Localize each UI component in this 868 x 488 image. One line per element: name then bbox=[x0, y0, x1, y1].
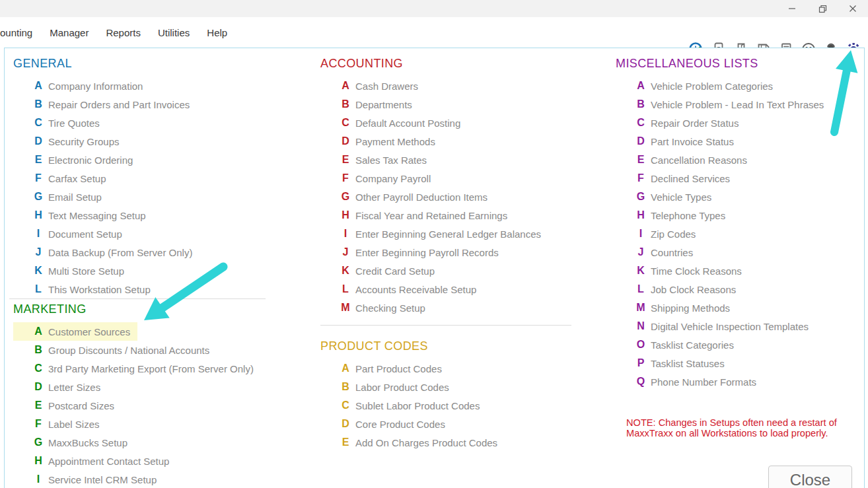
list-item[interactable]: B Repair Orders and Part Invoices bbox=[13, 95, 197, 114]
item-letter: E bbox=[339, 154, 352, 166]
item-label: Core Product Codes bbox=[355, 419, 445, 430]
item-letter: F bbox=[32, 418, 45, 430]
section-product-codes: PRODUCT CODES A Part Product Codes B Lab… bbox=[320, 339, 505, 452]
list-item[interactable]: O Tasklist Categories bbox=[616, 335, 741, 354]
list-item[interactable]: A Cash Drawers bbox=[320, 77, 425, 95]
item-letter: A bbox=[339, 363, 352, 374]
list-item[interactable]: G Vehicle Types bbox=[616, 188, 719, 206]
item-label: Fiscal Year and Retained Earnings bbox=[355, 210, 507, 221]
close-button[interactable]: Close bbox=[768, 466, 852, 488]
item-label: Company Payroll bbox=[355, 173, 431, 184]
item-label: Declined Services bbox=[651, 173, 730, 184]
list-item[interactable]: F Carfax Setup bbox=[13, 169, 114, 188]
restore-button[interactable] bbox=[807, 0, 838, 17]
item-label: Vehicle Problem Categories bbox=[651, 81, 773, 92]
item-letter: E bbox=[339, 436, 352, 448]
menu-item[interactable]: ounting bbox=[0, 27, 32, 38]
list-item[interactable]: Q Phone Number Formats bbox=[616, 372, 764, 391]
item-letter: B bbox=[634, 98, 647, 110]
list-item[interactable]: K Time Clock Reasons bbox=[616, 261, 749, 280]
list-item[interactable]: I Zip Codes bbox=[616, 225, 703, 243]
list-item[interactable]: E Add On Charges Product Codes bbox=[320, 433, 505, 452]
list-item[interactable]: G MaxxBucks Setup bbox=[13, 433, 135, 452]
product-codes-list: A Part Product Codes B Labor Product Cod… bbox=[320, 359, 505, 452]
list-item[interactable]: J Countries bbox=[616, 243, 700, 261]
item-letter: I bbox=[32, 473, 45, 485]
list-item[interactable]: F Declined Services bbox=[616, 169, 737, 188]
list-item[interactable]: I Service Intel CRM Setup bbox=[13, 470, 164, 488]
list-item[interactable]: A Part Product Codes bbox=[320, 359, 449, 378]
close-window-button[interactable] bbox=[838, 0, 868, 17]
item-label: Add On Charges Product Codes bbox=[355, 437, 497, 448]
menu-item[interactable]: Utilities bbox=[158, 27, 190, 38]
item-letter: L bbox=[339, 283, 352, 295]
item-label: Digital Vehicle Inspection Templates bbox=[651, 321, 809, 332]
item-label: Payment Methods bbox=[355, 136, 435, 147]
item-label: Carfax Setup bbox=[48, 173, 106, 184]
list-item[interactable]: D Security Groups bbox=[13, 132, 127, 151]
list-item[interactable]: B Departments bbox=[320, 95, 419, 114]
list-item[interactable]: M Shipping Methods bbox=[616, 298, 737, 317]
list-item[interactable]: L Job Clock Reasons bbox=[616, 280, 743, 298]
item-letter: M bbox=[634, 302, 647, 314]
list-item[interactable]: F Label Sizes bbox=[13, 415, 107, 433]
list-item[interactable]: G Email Setup bbox=[13, 188, 109, 206]
list-item[interactable]: H Appointment Contact Setup bbox=[13, 452, 176, 470]
item-letter: D bbox=[32, 381, 45, 393]
list-item[interactable]: E Postcard Sizes bbox=[13, 396, 122, 415]
list-item[interactable]: D Core Product Codes bbox=[320, 415, 452, 433]
list-item[interactable]: I Document Setup bbox=[13, 225, 129, 243]
list-item[interactable]: B Group Discounts / National Accounts bbox=[13, 341, 217, 359]
item-letter: J bbox=[634, 246, 647, 258]
list-item[interactable]: K Credit Card Setup bbox=[320, 261, 442, 280]
restart-note-line2: MaxxTraxx on all Workstations to load pr… bbox=[626, 429, 837, 439]
list-item[interactable]: J Enter Beginning Payroll Records bbox=[320, 243, 506, 261]
item-letter: J bbox=[339, 246, 352, 258]
list-item[interactable]: A Vehicle Problem Categories bbox=[616, 77, 780, 95]
list-item[interactable]: D Part Invoice Status bbox=[616, 132, 741, 151]
section-title-miscellaneous: MISCELLANEOUS LISTS bbox=[616, 57, 831, 71]
list-item[interactable]: C Repair Order Status bbox=[616, 114, 746, 132]
list-item[interactable]: C Tire Quotes bbox=[13, 114, 107, 132]
restart-note: NOTE: Changes in Setups often need a res… bbox=[626, 418, 837, 438]
list-item[interactable]: E Electronic Ordering bbox=[13, 151, 140, 169]
item-label: Security Groups bbox=[48, 136, 120, 147]
menu-item-list: ounting Manager Reports Utilities Help bbox=[0, 17, 227, 48]
list-item[interactable]: G Other Payroll Deduction Items bbox=[320, 188, 495, 206]
list-item[interactable]: A Company Information bbox=[13, 77, 150, 95]
list-item[interactable]: F Company Payroll bbox=[320, 169, 438, 188]
list-item[interactable]: H Fiscal Year and Retained Earnings bbox=[320, 206, 515, 225]
list-item[interactable]: E Sales Tax Rates bbox=[320, 151, 434, 169]
restart-note-line1: NOTE: Changes in Setups often need a res… bbox=[626, 418, 837, 429]
list-item[interactable]: A Customer Sources bbox=[13, 322, 137, 341]
list-item[interactable]: C Default Account Posting bbox=[320, 114, 468, 132]
arrow-to-customer-sources bbox=[132, 258, 235, 333]
list-item[interactable]: M Checking Setup bbox=[320, 298, 433, 317]
list-item[interactable]: H Text Messaging Setup bbox=[13, 206, 153, 225]
list-item[interactable]: E Cancellation Reasons bbox=[616, 151, 754, 169]
item-letter: L bbox=[32, 283, 45, 295]
list-item[interactable]: N Digital Vehicle Inspection Templates bbox=[616, 317, 816, 335]
menu-item[interactable]: Manager bbox=[50, 27, 89, 38]
title-bar bbox=[0, 0, 868, 17]
window-controls bbox=[777, 0, 868, 17]
list-item[interactable]: I Enter Beginning General Ledger Balance… bbox=[320, 225, 548, 243]
list-item[interactable]: P Tasklist Statuses bbox=[616, 354, 732, 372]
list-item[interactable]: D Payment Methods bbox=[320, 132, 443, 151]
item-letter: N bbox=[634, 320, 647, 332]
item-label: Part Product Codes bbox=[355, 363, 442, 374]
list-item[interactable]: B Vehicle Problem - Lead In Text Phrases bbox=[616, 95, 831, 114]
list-item[interactable]: K Multi Store Setup bbox=[13, 261, 131, 280]
list-item[interactable]: B Labor Product Codes bbox=[320, 378, 456, 396]
menu-item[interactable]: Help bbox=[207, 27, 227, 38]
menu-item[interactable]: Reports bbox=[106, 27, 141, 38]
list-item[interactable]: L Accounts Receivable Setup bbox=[320, 280, 484, 298]
minimize-button[interactable] bbox=[777, 0, 807, 17]
list-item[interactable]: C 3rd Party Marketing Export (From Serve… bbox=[13, 359, 261, 378]
item-letter: A bbox=[634, 80, 647, 92]
list-item[interactable]: H Telephone Types bbox=[616, 206, 733, 225]
item-letter: K bbox=[339, 265, 352, 277]
list-item[interactable]: C Sublet Labor Product Codes bbox=[320, 396, 487, 415]
item-letter: G bbox=[339, 191, 352, 203]
list-item[interactable]: D Letter Sizes bbox=[13, 378, 108, 396]
